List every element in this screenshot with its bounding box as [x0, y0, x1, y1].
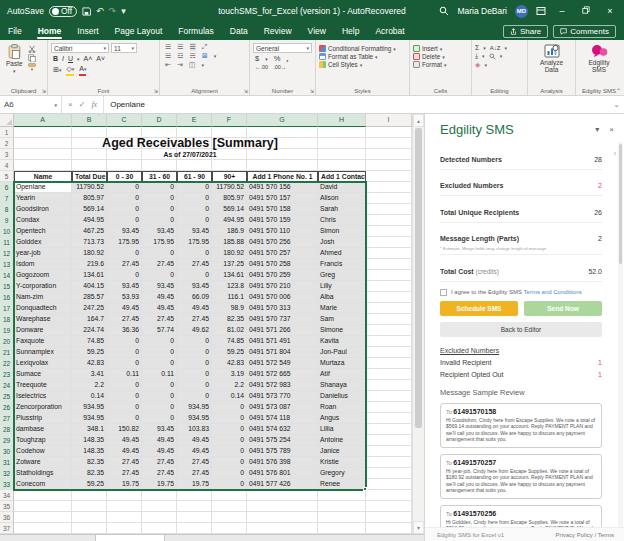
cell-G11[interactable]: 0491 570 256 — [247, 237, 318, 248]
cell-D27[interactable]: 0 — [142, 413, 177, 424]
column-header-G[interactable]: G — [247, 114, 318, 127]
cell-H24[interactable]: Shanaya — [318, 380, 366, 391]
cell-G3[interactable] — [247, 149, 318, 160]
cell-B25[interactable]: 0.14 — [72, 391, 107, 402]
currency-icon[interactable]: $ — [255, 54, 259, 63]
number-format-select[interactable]: General▾ — [253, 43, 312, 53]
cell-D18[interactable]: 27.45 — [142, 314, 177, 325]
cell-B12[interactable]: 180.92 — [72, 248, 107, 259]
cell-B21[interactable]: 59.25 — [72, 347, 107, 358]
cell-F24[interactable]: 2.2 — [212, 380, 247, 391]
cell-F19[interactable]: 81.02 — [212, 325, 247, 336]
cell-G1[interactable] — [247, 127, 318, 138]
cell-B14[interactable]: 134.61 — [72, 270, 107, 281]
alignment-dialog-launcher-icon[interactable]: ⇲ — [244, 88, 248, 94]
cell-B35[interactable] — [72, 501, 107, 512]
cell-E1[interactable] — [177, 127, 212, 138]
cell-C19[interactable]: 36.36 — [107, 325, 142, 336]
cell-C29[interactable]: 49.45 — [107, 435, 142, 446]
cell-G10[interactable]: 0491 570 110 — [247, 226, 318, 237]
cell-I19[interactable] — [366, 325, 412, 336]
cell-I30[interactable] — [366, 446, 412, 457]
cell-B30[interactable]: 148.35 — [72, 446, 107, 457]
scroll-down-icon[interactable]: ▾ — [413, 521, 424, 534]
row-header-16[interactable]: 16 — [0, 292, 14, 303]
row-header-37[interactable]: 37 — [0, 523, 14, 534]
cell-F1[interactable] — [212, 127, 247, 138]
cell-G17[interactable]: 0491 570 313 — [247, 303, 318, 314]
cell-I29[interactable] — [366, 435, 412, 446]
cell-H32[interactable]: Gregory — [318, 468, 366, 479]
row-header-21[interactable]: 21 — [0, 347, 14, 358]
privacy-terms-link[interactable]: Privacy Policy / Terms — [555, 532, 614, 538]
cell-C10[interactable]: 93.45 — [107, 226, 142, 237]
cell-G28[interactable]: 0491 574 632 — [247, 424, 318, 435]
cell-C34[interactable] — [107, 490, 142, 501]
cell-A37[interactable] — [14, 523, 72, 534]
cell-A33[interactable]: Conecom — [14, 479, 72, 490]
tab-formulas[interactable]: Formulas — [170, 22, 221, 40]
column-header-A[interactable]: A — [14, 114, 72, 127]
cell-D15[interactable]: 93.45 — [142, 281, 177, 292]
cell-F30[interactable]: 0 — [212, 446, 247, 457]
cell-G22[interactable]: 0491 572 549 — [247, 358, 318, 369]
cell-D9[interactable]: 0 — [142, 215, 177, 226]
cell-E35[interactable] — [177, 501, 212, 512]
cell-I6[interactable] — [366, 182, 412, 193]
row-header-35[interactable]: 35 — [0, 501, 14, 512]
cancel-icon[interactable]: × — [68, 100, 73, 109]
cell-A32[interactable]: Statholdings — [14, 468, 72, 479]
align-right-icon[interactable]: ☴ — [190, 52, 196, 60]
format-as-table-button[interactable]: Format as Table▾ — [319, 53, 396, 60]
row-header-36[interactable]: 36 — [0, 512, 14, 523]
row-header-8[interactable]: 8 — [0, 204, 14, 215]
cell-F8[interactable]: 569.14 — [212, 204, 247, 215]
cell-H17[interactable]: Marie — [318, 303, 366, 314]
bold-button[interactable]: B — [53, 54, 58, 63]
cell-A24[interactable]: Treequote — [14, 380, 72, 391]
cell-H36[interactable] — [318, 512, 366, 523]
cell-H1[interactable] — [318, 127, 366, 138]
back-to-editor-button[interactable]: Back to Editor — [440, 322, 602, 337]
percent-icon[interactable]: % — [274, 54, 281, 63]
row-header-11[interactable]: 11 — [0, 237, 14, 248]
cell-D4[interactable] — [142, 160, 177, 171]
row-header-32[interactable]: 32 — [0, 468, 14, 479]
row-header-12[interactable]: 12 — [0, 248, 14, 259]
cell-B8[interactable]: 569.14 — [72, 204, 107, 215]
active-sheet-tab[interactable] — [95, 535, 165, 541]
paste-button[interactable]: Paste▾ — [3, 43, 26, 75]
cell-D23[interactable]: 0.11 — [142, 369, 177, 380]
increase-font-icon[interactable]: A˄ — [84, 54, 93, 63]
cell-B28[interactable]: 348.1 — [72, 424, 107, 435]
cell-H33[interactable]: Renee — [318, 479, 366, 490]
cell-C36[interactable] — [107, 512, 142, 523]
cell-I23[interactable] — [366, 369, 412, 380]
cell-I22[interactable] — [366, 358, 412, 369]
cell-I26[interactable] — [366, 402, 412, 413]
clipboard-dialog-launcher-icon[interactable]: ⇲ — [42, 88, 46, 94]
row-header-23[interactable]: 23 — [0, 369, 14, 380]
cell-A11[interactable]: Golddex — [14, 237, 72, 248]
cell-D36[interactable] — [142, 512, 177, 523]
cell-A20[interactable]: Faxquote — [14, 336, 72, 347]
cell-F25[interactable]: 0.14 — [212, 391, 247, 402]
cell-E37[interactable] — [177, 523, 212, 534]
cell-G27[interactable]: 0491 574 118 — [247, 413, 318, 424]
pane-close-icon[interactable]: × — [609, 125, 614, 134]
number-dialog-launcher-icon[interactable]: ⇲ — [310, 88, 314, 94]
cell-I21[interactable] — [366, 347, 412, 358]
column-header-F[interactable]: F — [212, 114, 247, 127]
row-header-30[interactable]: 30 — [0, 446, 14, 457]
cell-I34[interactable] — [366, 490, 412, 501]
cell-G33[interactable]: 0491 577 426 — [247, 479, 318, 490]
cell-H22[interactable]: Murtaza — [318, 358, 366, 369]
decrease-indent-icon[interactable]: ⇤ — [165, 61, 171, 69]
cell-C12[interactable]: 0 — [107, 248, 142, 259]
cell-D3[interactable] — [142, 149, 177, 160]
cell-A3[interactable] — [14, 149, 72, 160]
cell-C11[interactable]: 175.95 — [107, 237, 142, 248]
cell-F4[interactable] — [212, 160, 247, 171]
share-button[interactable]: Share — [503, 25, 548, 38]
decrease-font-icon[interactable]: A˅ — [96, 54, 105, 63]
